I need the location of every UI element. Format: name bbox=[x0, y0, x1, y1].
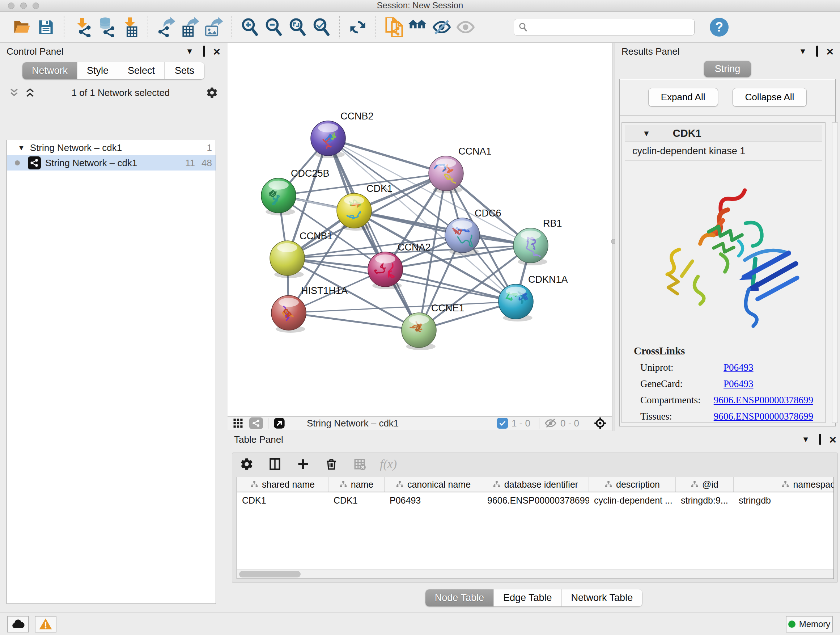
collapse-all-button[interactable]: Collapse All bbox=[733, 88, 807, 106]
protein-expander-icon[interactable]: ▼ bbox=[643, 129, 651, 138]
table-settings-gear-icon[interactable] bbox=[239, 456, 255, 472]
protein-section-header[interactable]: ▼ CDK1 bbox=[625, 125, 822, 142]
results-panel-float-button[interactable] bbox=[816, 48, 818, 55]
tab-select[interactable]: Select bbox=[118, 62, 164, 79]
control-panel-float-button[interactable] bbox=[203, 48, 205, 55]
clone-network-button[interactable] bbox=[382, 15, 406, 39]
column-header-name[interactable]: name bbox=[328, 477, 385, 492]
table-panel-float-button[interactable] bbox=[819, 435, 821, 443]
export-image-button[interactable] bbox=[202, 15, 226, 39]
network-edge-CDK1-RB1[interactable] bbox=[354, 211, 531, 245]
column-header-shared-name[interactable]: shared name bbox=[237, 477, 328, 492]
tab-network-table[interactable]: Network Table bbox=[562, 589, 643, 606]
table-cell[interactable]: CDK1 bbox=[237, 495, 328, 506]
save-session-button[interactable] bbox=[34, 15, 58, 39]
network-node-CDC25B[interactable]: CDC25B bbox=[261, 168, 330, 215]
add-column-icon[interactable] bbox=[295, 456, 311, 472]
delete-column-icon[interactable] bbox=[324, 456, 339, 472]
grid-view-icon[interactable] bbox=[233, 418, 243, 429]
table-cell[interactable]: 9606.ENSP00000378699 bbox=[482, 495, 589, 506]
import-network-from-database-button[interactable] bbox=[94, 15, 118, 39]
results-panel-title: Results Panel bbox=[622, 46, 679, 57]
crosslink-uniprot[interactable]: P06493 bbox=[723, 362, 753, 373]
scrollbar-thumb[interactable] bbox=[239, 571, 301, 578]
network-collection-row[interactable]: ▼ String Network – cdk1 1 bbox=[7, 140, 216, 155]
collapse-all-networks-icon[interactable] bbox=[25, 87, 35, 98]
control-panel-close-button[interactable]: × bbox=[213, 45, 220, 57]
search-field[interactable] bbox=[514, 19, 695, 35]
crosslink-compartments[interactable]: 9606.ENSP00000378699 bbox=[714, 394, 813, 406]
network-options-gear-icon[interactable] bbox=[206, 87, 218, 99]
crosslink-genecard[interactable]: P06493 bbox=[723, 378, 753, 390]
cloud-services-button[interactable] bbox=[7, 616, 29, 632]
show-all-button[interactable] bbox=[454, 15, 477, 39]
zoom-out-button[interactable] bbox=[262, 15, 286, 39]
network-node-CCNE1[interactable]: CCNE1 bbox=[401, 302, 464, 350]
table-row[interactable]: CDK1CDK1P064939606.ENSP00000378699cyclin… bbox=[237, 492, 834, 508]
table-panel-close-button[interactable]: × bbox=[829, 433, 836, 446]
memory-button[interactable]: Memory bbox=[786, 616, 833, 632]
vertical-splitter[interactable] bbox=[612, 43, 615, 431]
collection-expander-icon[interactable]: ▼ bbox=[18, 144, 25, 152]
table-cell[interactable]: cyclin-dependent ... bbox=[589, 495, 676, 506]
node-label-CDK1: CDK1 bbox=[366, 183, 393, 194]
table-cell[interactable]: P06493 bbox=[385, 495, 482, 506]
network-node-HIST1H1A[interactable]: HIST1H1A bbox=[271, 285, 347, 333]
zoom-selected-button[interactable] bbox=[309, 15, 333, 39]
table-horizontal-scrollbar[interactable] bbox=[237, 569, 834, 578]
network-canvas[interactable]: CCNB2CCNA1CDC25BCDK1CDC6RB1CCNB1CCNA2CDK… bbox=[227, 43, 612, 416]
expand-all-button[interactable]: Expand All bbox=[648, 88, 718, 106]
network-edge-HIST1H1A-CCNE1[interactable] bbox=[289, 313, 419, 330]
control-panel-menu-icon[interactable]: ▼ bbox=[186, 48, 194, 55]
show-columns-icon[interactable] bbox=[267, 456, 283, 472]
column-header-description[interactable]: description bbox=[589, 477, 676, 492]
warnings-button[interactable] bbox=[35, 616, 57, 632]
string-home-button[interactable] bbox=[406, 15, 430, 39]
export-network-button[interactable] bbox=[154, 15, 178, 39]
column-header-namespace[interactable]: namespace bbox=[734, 477, 834, 492]
detach-view-icon[interactable] bbox=[273, 417, 285, 429]
apply-layout-button[interactable] bbox=[346, 15, 370, 39]
results-panel: Results Panel ▼ × String Expand All Coll… bbox=[615, 43, 840, 431]
export-table-button[interactable] bbox=[178, 15, 202, 39]
zoom-fit-button[interactable] bbox=[286, 15, 309, 39]
results-panel-menu-icon[interactable]: ▼ bbox=[799, 48, 807, 55]
zoom-in-button[interactable] bbox=[238, 15, 262, 39]
network-node-CDKN1A[interactable]: CDKN1A bbox=[499, 274, 568, 321]
control-panel-tabs: Network Style Select Sets bbox=[22, 62, 204, 79]
tab-network[interactable]: Network bbox=[22, 62, 77, 79]
network-node-RB1[interactable]: RB1 bbox=[513, 218, 562, 265]
birds-eye-view-icon[interactable] bbox=[593, 416, 607, 430]
tab-sets[interactable]: Sets bbox=[164, 62, 204, 79]
crosslink-tissues[interactable]: 9606.ENSP00000378699 bbox=[714, 411, 813, 422]
crosslink-label: Uniprot: bbox=[640, 362, 723, 373]
tab-edge-table[interactable]: Edge Table bbox=[494, 589, 562, 606]
tab-string[interactable]: String bbox=[704, 61, 751, 77]
column-header-database-identifier[interactable]: database identifier bbox=[482, 477, 589, 492]
network-edge-CCNA2-CDKN1A[interactable] bbox=[385, 269, 516, 302]
expand-all-networks-icon[interactable] bbox=[9, 87, 19, 98]
column-header-canonical-name[interactable]: canonical name bbox=[385, 477, 482, 492]
delete-table-icon bbox=[352, 456, 368, 472]
share-view-icon[interactable] bbox=[249, 417, 263, 429]
table-cell[interactable]: stringdb:9... bbox=[676, 495, 734, 506]
table-panel-menu-icon[interactable]: ▼ bbox=[802, 435, 810, 443]
network-edge-CCNB2-CCNA1[interactable] bbox=[328, 138, 446, 173]
help-button[interactable]: ? bbox=[710, 18, 729, 36]
selected-checkbox-icon[interactable] bbox=[497, 418, 508, 429]
network-edge-CCNB2-CCNE1[interactable] bbox=[328, 138, 419, 330]
network-row[interactable]: String Network – cdk1 11 48 bbox=[7, 155, 216, 171]
open-session-button[interactable] bbox=[10, 15, 34, 39]
table-cell[interactable]: stringdb bbox=[734, 495, 834, 506]
results-panel-close-button[interactable]: × bbox=[826, 45, 834, 57]
import-table-button[interactable] bbox=[118, 15, 142, 39]
tab-style[interactable]: Style bbox=[77, 62, 118, 79]
network-node-CCNB1[interactable]: CCNB1 bbox=[270, 231, 333, 278]
search-input[interactable] bbox=[531, 22, 690, 33]
results-scrollbar[interactable] bbox=[832, 122, 838, 423]
column-header--id[interactable]: @id bbox=[676, 477, 734, 492]
tab-node-table[interactable]: Node Table bbox=[425, 589, 494, 606]
table-cell[interactable]: CDK1 bbox=[328, 495, 385, 506]
import-network-button[interactable] bbox=[70, 15, 94, 39]
hide-unselected-button[interactable] bbox=[430, 15, 454, 39]
